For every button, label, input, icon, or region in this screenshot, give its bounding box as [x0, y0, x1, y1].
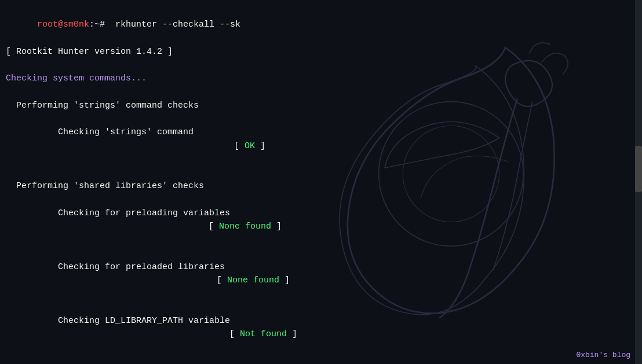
terminal-window: root@sm0nk:~# rkhunter --checkall --sk [… — [0, 0, 642, 364]
terminal-content: root@sm0nk:~# rkhunter --checkall --sk [… — [6, 5, 636, 364]
preloaded-libs-status: None found — [227, 275, 279, 285]
command-prompt-line: root@sm0nk:~# rkhunter --checkall --sk — [6, 5, 636, 45]
prompt-separator: :~# — [89, 20, 110, 30]
ld-path-line: Checking LD_LIBRARY_PATH variable [ Not … — [6, 301, 636, 355]
ld-path-status: Not found — [240, 329, 287, 339]
prompt-command: rkhunter --checkall --sk — [110, 20, 240, 30]
shared-lib-line: Performing 'shared libraries' checks — [6, 179, 636, 193]
blog-credit: 0xbin's blog — [576, 351, 630, 359]
strings-cmd-bracket-open: [ — [234, 141, 245, 151]
ld-path-bracket-open: [ — [229, 329, 240, 339]
preloaded-libs-text: Checking for preloaded libraries — [37, 262, 225, 272]
strings-check-line: Performing 'strings' command checks — [6, 99, 636, 112]
ld-path-bracket-close: ] — [287, 329, 297, 339]
preload-vars-bracket-open: [ — [209, 222, 219, 231]
preload-vars-bracket-close: ] — [271, 222, 282, 231]
preloaded-libs-bracket-close: ] — [279, 275, 290, 285]
strings-cmd-status: OK — [245, 141, 255, 151]
strings-cmd-text: Checking 'strings' command — [37, 127, 194, 137]
blank-line-3 — [6, 166, 636, 179]
blank-line-4 — [6, 355, 636, 365]
scrollbar[interactable] — [635, 0, 642, 364]
preload-vars-status: None found — [219, 222, 271, 231]
strings-cmd-line: Checking 'strings' command [ OK ] — [6, 112, 636, 166]
preloaded-libs-line: Checking for preloaded libraries [ None … — [6, 247, 636, 301]
blank-line-2 — [6, 86, 636, 99]
preloaded-libs-bracket-open: [ — [217, 275, 227, 285]
checking-system-line: Checking system commands... — [6, 72, 636, 85]
blank-line-1 — [6, 58, 636, 72]
strings-cmd-bracket-close: ] — [255, 141, 265, 151]
preload-vars-line: Checking for preloading variables [ None… — [6, 193, 636, 247]
ld-path-text: Checking LD_LIBRARY_PATH variable — [37, 316, 230, 326]
prompt-at: @ — [58, 20, 63, 30]
prompt-user-host: root — [37, 20, 58, 30]
scrollbar-thumb[interactable] — [635, 146, 642, 192]
preload-vars-text: Checking for preloading variables — [37, 208, 230, 218]
prompt-hostname: sm0nk — [63, 20, 89, 30]
version-line: [ Rootkit Hunter version 1.4.2 ] — [6, 45, 636, 58]
